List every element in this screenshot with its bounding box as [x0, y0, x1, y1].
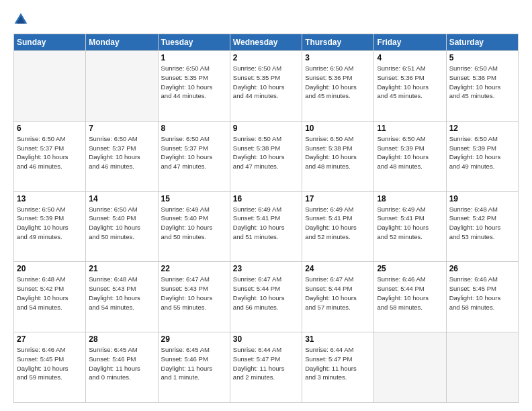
day-cell: 21Sunrise: 6:48 AM Sunset: 5:43 PM Dayli… [86, 262, 158, 332]
day-info: Sunrise: 6:46 AM Sunset: 5:44 PM Dayligh… [377, 275, 443, 312]
calendar-table: SundayMondayTuesdayWednesdayThursdayFrid… [13, 34, 519, 403]
day-info: Sunrise: 6:46 AM Sunset: 5:45 PM Dayligh… [449, 275, 515, 312]
weekday-header-row: SundayMondayTuesdayWednesdayThursdayFrid… [14, 34, 519, 51]
day-number: 8 [161, 124, 227, 133]
day-number: 28 [89, 334, 154, 344]
day-cell: 11Sunrise: 6:50 AM Sunset: 5:39 PM Dayli… [374, 121, 446, 191]
day-number: 12 [449, 124, 515, 133]
day-number: 29 [161, 334, 227, 344]
day-info: Sunrise: 6:50 AM Sunset: 5:36 PM Dayligh… [449, 64, 515, 101]
logo-icon [13, 12, 28, 27]
day-info: Sunrise: 6:51 AM Sunset: 5:36 PM Dayligh… [377, 64, 443, 101]
day-number: 26 [449, 264, 515, 273]
day-info: Sunrise: 6:50 AM Sunset: 5:37 PM Dayligh… [161, 134, 227, 171]
day-number: 23 [233, 264, 299, 273]
day-cell [86, 51, 158, 122]
day-info: Sunrise: 6:48 AM Sunset: 5:42 PM Dayligh… [17, 275, 83, 312]
day-number: 16 [233, 194, 299, 203]
day-number: 18 [377, 194, 443, 203]
day-info: Sunrise: 6:50 AM Sunset: 5:35 PM Dayligh… [161, 64, 227, 101]
day-number: 20 [17, 264, 83, 273]
day-number: 7 [89, 124, 154, 133]
day-number: 24 [305, 264, 371, 273]
day-cell: 6Sunrise: 6:50 AM Sunset: 5:37 PM Daylig… [14, 121, 86, 191]
day-cell: 15Sunrise: 6:49 AM Sunset: 5:40 PM Dayli… [158, 191, 230, 262]
weekday-header-saturday: Saturday [446, 34, 518, 51]
day-number: 31 [305, 334, 371, 344]
day-info: Sunrise: 6:50 AM Sunset: 5:35 PM Dayligh… [233, 64, 299, 101]
day-number: 27 [17, 334, 83, 344]
week-row-4: 20Sunrise: 6:48 AM Sunset: 5:42 PM Dayli… [14, 262, 519, 332]
day-number: 3 [305, 53, 371, 62]
day-number: 25 [377, 264, 443, 273]
day-cell: 2Sunrise: 6:50 AM Sunset: 5:35 PM Daylig… [230, 51, 302, 122]
day-cell: 23Sunrise: 6:47 AM Sunset: 5:44 PM Dayli… [230, 262, 302, 332]
day-cell: 16Sunrise: 6:49 AM Sunset: 5:41 PM Dayli… [230, 191, 302, 262]
day-cell: 3Sunrise: 6:50 AM Sunset: 5:36 PM Daylig… [302, 51, 374, 122]
day-number: 15 [161, 194, 227, 203]
day-info: Sunrise: 6:50 AM Sunset: 5:37 PM Dayligh… [89, 134, 154, 171]
day-cell: 14Sunrise: 6:50 AM Sunset: 5:40 PM Dayli… [86, 191, 158, 262]
day-info: Sunrise: 6:45 AM Sunset: 5:46 PM Dayligh… [161, 345, 227, 382]
day-cell: 26Sunrise: 6:46 AM Sunset: 5:45 PM Dayli… [446, 262, 518, 332]
day-cell: 1Sunrise: 6:50 AM Sunset: 5:35 PM Daylig… [158, 51, 230, 122]
day-cell [446, 332, 518, 403]
day-info: Sunrise: 6:50 AM Sunset: 5:36 PM Dayligh… [305, 64, 371, 101]
day-info: Sunrise: 6:49 AM Sunset: 5:41 PM Dayligh… [377, 205, 443, 242]
weekday-header-sunday: Sunday [14, 34, 86, 51]
day-number: 21 [89, 264, 154, 273]
week-row-5: 27Sunrise: 6:46 AM Sunset: 5:45 PM Dayli… [14, 332, 519, 403]
day-cell: 22Sunrise: 6:47 AM Sunset: 5:43 PM Dayli… [158, 262, 230, 332]
day-info: Sunrise: 6:48 AM Sunset: 5:42 PM Dayligh… [449, 205, 515, 242]
week-row-3: 13Sunrise: 6:50 AM Sunset: 5:39 PM Dayli… [14, 191, 519, 262]
day-info: Sunrise: 6:50 AM Sunset: 5:38 PM Dayligh… [305, 134, 371, 171]
day-number: 11 [377, 124, 443, 133]
day-cell: 29Sunrise: 6:45 AM Sunset: 5:46 PM Dayli… [158, 332, 230, 403]
day-info: Sunrise: 6:50 AM Sunset: 5:38 PM Dayligh… [233, 134, 299, 171]
weekday-header-friday: Friday [374, 34, 446, 51]
day-number: 5 [449, 53, 515, 62]
day-cell: 30Sunrise: 6:44 AM Sunset: 5:47 PM Dayli… [230, 332, 302, 403]
day-number: 30 [233, 334, 299, 344]
day-info: Sunrise: 6:50 AM Sunset: 5:39 PM Dayligh… [377, 134, 443, 171]
day-info: Sunrise: 6:44 AM Sunset: 5:47 PM Dayligh… [233, 345, 299, 382]
day-info: Sunrise: 6:45 AM Sunset: 5:46 PM Dayligh… [89, 345, 154, 382]
day-info: Sunrise: 6:44 AM Sunset: 5:47 PM Dayligh… [305, 345, 371, 382]
day-cell: 25Sunrise: 6:46 AM Sunset: 5:44 PM Dayli… [374, 262, 446, 332]
day-info: Sunrise: 6:48 AM Sunset: 5:43 PM Dayligh… [89, 275, 154, 312]
day-info: Sunrise: 6:49 AM Sunset: 5:41 PM Dayligh… [305, 205, 371, 242]
day-number: 19 [449, 194, 515, 203]
weekday-header-monday: Monday [86, 34, 158, 51]
day-cell: 27Sunrise: 6:46 AM Sunset: 5:45 PM Dayli… [14, 332, 86, 403]
day-cell: 17Sunrise: 6:49 AM Sunset: 5:41 PM Dayli… [302, 191, 374, 262]
day-number: 9 [233, 124, 299, 133]
day-info: Sunrise: 6:50 AM Sunset: 5:37 PM Dayligh… [17, 134, 83, 171]
day-info: Sunrise: 6:47 AM Sunset: 5:44 PM Dayligh… [305, 275, 371, 312]
day-cell: 20Sunrise: 6:48 AM Sunset: 5:42 PM Dayli… [14, 262, 86, 332]
day-cell: 24Sunrise: 6:47 AM Sunset: 5:44 PM Dayli… [302, 262, 374, 332]
day-cell: 10Sunrise: 6:50 AM Sunset: 5:38 PM Dayli… [302, 121, 374, 191]
day-info: Sunrise: 6:47 AM Sunset: 5:43 PM Dayligh… [161, 275, 227, 312]
header [13, 12, 519, 27]
day-number: 4 [377, 53, 443, 62]
day-number: 2 [233, 53, 299, 62]
day-cell [374, 332, 446, 403]
day-number: 6 [17, 124, 83, 133]
day-cell: 5Sunrise: 6:50 AM Sunset: 5:36 PM Daylig… [446, 51, 518, 122]
day-cell: 28Sunrise: 6:45 AM Sunset: 5:46 PM Dayli… [86, 332, 158, 403]
logo [13, 12, 31, 27]
weekday-header-tuesday: Tuesday [158, 34, 230, 51]
day-cell: 19Sunrise: 6:48 AM Sunset: 5:42 PM Dayli… [446, 191, 518, 262]
day-info: Sunrise: 6:46 AM Sunset: 5:45 PM Dayligh… [17, 345, 83, 382]
day-number: 17 [305, 194, 371, 203]
day-info: Sunrise: 6:47 AM Sunset: 5:44 PM Dayligh… [233, 275, 299, 312]
day-cell: 31Sunrise: 6:44 AM Sunset: 5:47 PM Dayli… [302, 332, 374, 403]
day-info: Sunrise: 6:50 AM Sunset: 5:39 PM Dayligh… [449, 134, 515, 171]
day-cell: 18Sunrise: 6:49 AM Sunset: 5:41 PM Dayli… [374, 191, 446, 262]
day-info: Sunrise: 6:49 AM Sunset: 5:40 PM Dayligh… [161, 205, 227, 242]
day-cell: 8Sunrise: 6:50 AM Sunset: 5:37 PM Daylig… [158, 121, 230, 191]
day-cell: 4Sunrise: 6:51 AM Sunset: 5:36 PM Daylig… [374, 51, 446, 122]
day-cell: 13Sunrise: 6:50 AM Sunset: 5:39 PM Dayli… [14, 191, 86, 262]
week-row-2: 6Sunrise: 6:50 AM Sunset: 5:37 PM Daylig… [14, 121, 519, 191]
day-cell [14, 51, 86, 122]
